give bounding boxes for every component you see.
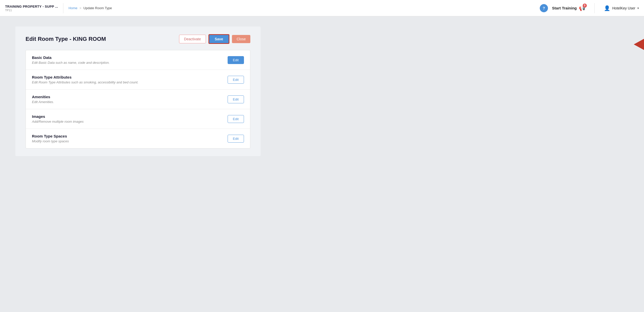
edit-button-room-type-attributes[interactable]: Edit <box>228 76 244 84</box>
notification-badge: 0 <box>583 4 587 8</box>
section-title-amenities: Amenities <box>32 95 228 99</box>
section-title-room-type-spaces: Room Type Spaces <box>32 134 228 138</box>
property-info: TRAINING PROPERTY - SUPP ... TP11 <box>5 5 58 12</box>
page-header: Edit Room Type - KING ROOM Deactivate Sa… <box>26 34 250 44</box>
save-button[interactable]: Save <box>208 34 230 44</box>
section-info-basic-data: Basic DataEdit Basic Data such as name, … <box>32 55 228 65</box>
breadcrumb: Home > Update Room Type <box>68 6 540 10</box>
breadcrumb-separator: > <box>79 6 81 10</box>
user-name: HotelKey User <box>612 6 635 10</box>
help-icon: ? <box>543 6 545 10</box>
red-arrow-annotation <box>634 39 644 50</box>
chevron-down-icon: ▾ <box>637 6 639 10</box>
section-info-amenities: AmenitiesEdit Amenities. <box>32 95 228 104</box>
section-row-room-type-spaces: Room Type SpacesModify room type spacesE… <box>26 129 250 148</box>
section-desc-basic-data: Edit Basic Data such as name, code and d… <box>32 61 228 65</box>
main-content: Edit Room Type - KING ROOM Deactivate Sa… <box>0 16 644 166</box>
section-row-basic-data: Basic DataEdit Basic Data such as name, … <box>26 50 250 70</box>
section-title-room-type-attributes: Room Type Attributes <box>32 75 228 79</box>
breadcrumb-home-link[interactable]: Home <box>68 6 77 10</box>
section-row-amenities: AmenitiesEdit Amenities.Edit <box>26 90 250 109</box>
header-right: ? Start Training 📢 0 👤 HotelKey User ▾ <box>540 3 639 13</box>
page-title: Edit Room Type - KING ROOM <box>26 36 106 42</box>
property-code: TP11 <box>5 9 58 12</box>
property-name: TRAINING PROPERTY - SUPP ... <box>5 5 58 8</box>
start-training-button[interactable]: Start Training 📢 0 <box>552 5 585 11</box>
breadcrumb-current: Update Room Type <box>84 6 112 10</box>
user-icon: 👤 <box>604 5 610 11</box>
section-info-images: ImagesAdd/Remove multiple room images <box>32 114 228 123</box>
section-desc-room-type-spaces: Modify room type spaces <box>32 139 228 143</box>
edit-button-images[interactable]: Edit <box>228 115 244 123</box>
megaphone-container: 📢 0 <box>579 5 585 11</box>
sections-container: Basic DataEdit Basic Data such as name, … <box>26 50 250 148</box>
deactivate-button[interactable]: Deactivate <box>179 35 206 43</box>
header-divider <box>63 3 63 13</box>
section-info-room-type-attributes: Room Type AttributesEdit Room Type Attri… <box>32 75 228 84</box>
section-title-basic-data: Basic Data <box>32 55 228 60</box>
section-desc-room-type-attributes: Edit Room Type Attributes such as smokin… <box>32 80 228 84</box>
section-row-room-type-attributes: Room Type AttributesEdit Room Type Attri… <box>26 70 250 90</box>
close-button[interactable]: Close <box>232 35 250 43</box>
page-actions: Deactivate Save Close <box>179 34 250 44</box>
header-right-divider <box>594 3 595 13</box>
user-menu-button[interactable]: 👤 HotelKey User ▾ <box>604 5 639 11</box>
section-title-images: Images <box>32 114 228 119</box>
section-desc-images: Add/Remove multiple room images <box>32 120 228 123</box>
edit-button-basic-data[interactable]: Edit <box>228 56 244 64</box>
page-card: Edit Room Type - KING ROOM Deactivate Sa… <box>15 27 261 156</box>
section-row-images: ImagesAdd/Remove multiple room imagesEdi… <box>26 109 250 129</box>
section-desc-amenities: Edit Amenities. <box>32 100 228 104</box>
start-training-label: Start Training <box>552 6 577 10</box>
arrow-head <box>634 39 644 50</box>
app-header: TRAINING PROPERTY - SUPP ... TP11 Home >… <box>0 0 644 16</box>
section-info-room-type-spaces: Room Type SpacesModify room type spaces <box>32 134 228 143</box>
edit-button-room-type-spaces[interactable]: Edit <box>228 135 244 143</box>
help-button[interactable]: ? <box>540 4 548 12</box>
edit-button-amenities[interactable]: Edit <box>228 95 244 103</box>
